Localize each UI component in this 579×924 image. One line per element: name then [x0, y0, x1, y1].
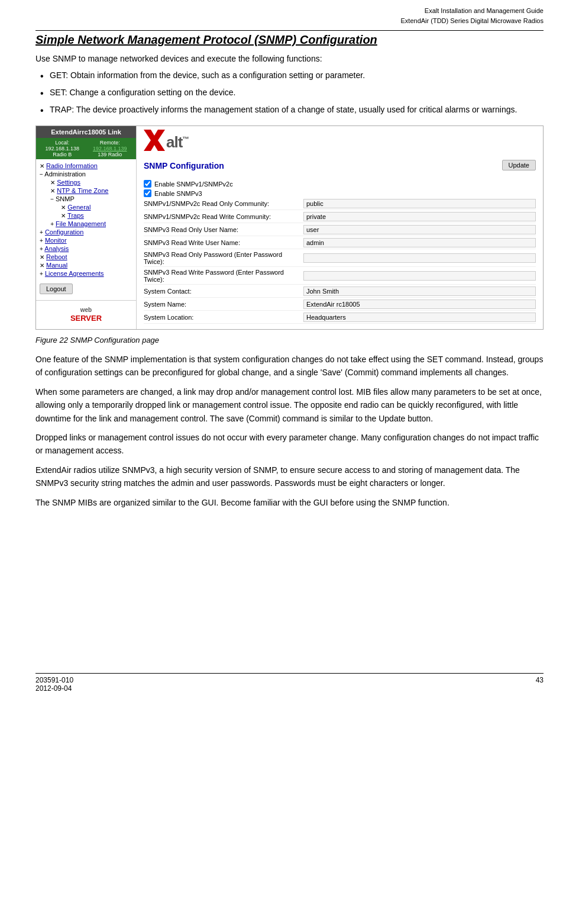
- sidebar-ip-row: Local: 192.168.1.138 Radio B Remote: 192…: [36, 138, 136, 159]
- sidebar-nav: ✕ Radio Information − Administration ✕ S…: [36, 159, 136, 280]
- local-ip: 192.168.1.138: [38, 146, 86, 152]
- checkbox-snmpv3[interactable]: [144, 189, 151, 197]
- configuration-link[interactable]: Configuration: [45, 228, 83, 236]
- snmp-panel-title: SNMP Configuration: [144, 161, 224, 170]
- update-button[interactable]: Update: [502, 160, 536, 170]
- paragraph-4: The SNMP MIBs are organized similar to t…: [35, 496, 544, 509]
- figure-caption-text: Figure 22 SNMP Configuration page: [35, 336, 159, 345]
- snmp-form: Enable SNMPv1/SNMPv2c Enable SNMPv3 SNMP…: [144, 180, 536, 324]
- sidebar-item-snmp: − SNMP: [40, 195, 132, 203]
- form-row-v3-readonly-user: SNMPv3 Read Only User Name: user: [144, 225, 536, 236]
- field-value-0: public: [303, 199, 536, 208]
- bullet-list: GET: Obtain information from the device,…: [35, 69, 544, 116]
- field-label-3: SNMPv3 Read Write User Name:: [144, 239, 303, 246]
- sidebar-item-configuration[interactable]: + Configuration: [40, 228, 132, 236]
- field-value-8: Headquarters: [303, 313, 536, 322]
- form-row-system-location: System Location: Headquarters: [144, 313, 536, 324]
- webserver-logo: web SERVER: [40, 305, 132, 323]
- license-link[interactable]: License Agreements: [45, 270, 104, 277]
- local-label: Local:: [38, 140, 86, 146]
- sidebar-item-settings[interactable]: ✕ Settings: [40, 178, 132, 186]
- field-label-1: SNMPv1/SNMPv2c Read Write Community:: [144, 213, 303, 220]
- local-radio: Radio B: [38, 152, 86, 157]
- field-label-4: SNMPv3 Read Only Password (Enter Passwor…: [144, 251, 303, 265]
- exalt-logo: alt™: [144, 130, 189, 155]
- sidebar-item-general[interactable]: ✕ General: [40, 203, 132, 211]
- sidebar-item-monitor[interactable]: + Monitor: [40, 236, 132, 244]
- paragraph-2: Dropped links or management control issu…: [35, 431, 544, 458]
- sidebar-local: Local: 192.168.1.138 Radio B: [38, 140, 86, 157]
- sidebar: ExtendAirrc18005 Link Local: 192.168.1.1…: [36, 126, 137, 329]
- field-label-5: SNMPv3 Read Write Password (Enter Passwo…: [144, 269, 303, 283]
- ntp-link[interactable]: NTP & Time Zone: [57, 187, 108, 194]
- field-label-0: SNMPv1/SNMPv2c Read Only Community:: [144, 200, 303, 207]
- field-value-7: ExtendAir rc18005: [303, 300, 536, 309]
- form-row-system-contact: System Contact: John Smith: [144, 286, 536, 298]
- field-label-2: SNMPv3 Read Only User Name:: [144, 226, 303, 233]
- server-label: SERVER: [70, 314, 102, 323]
- sidebar-item-reboot[interactable]: ✕ Reboot: [40, 253, 132, 261]
- header-line2: ExtendAir (TDD) Series Digital Microwave…: [35, 16, 544, 26]
- traps-link[interactable]: Traps: [67, 212, 84, 219]
- sidebar-item-license[interactable]: + License Agreements: [40, 269, 132, 278]
- field-value-2: user: [303, 225, 536, 234]
- radio-information-link[interactable]: Radio Information: [46, 162, 98, 169]
- footer-left: 203591-010 2012-09-04: [35, 676, 73, 693]
- sidebar-item-radio-information[interactable]: ✕ Radio Information: [40, 162, 132, 170]
- page-header: Exalt Installation and Management Guide …: [35, 6, 544, 25]
- analysis-link[interactable]: Analysis: [44, 245, 69, 252]
- field-value-3: admin: [303, 238, 536, 247]
- intro-text: Use SNMP to manage networked devices and…: [35, 54, 544, 63]
- remote-radio: 139 Radio: [86, 152, 134, 157]
- figure-caption: Figure 22 SNMP Configuration page: [35, 336, 544, 345]
- sidebar-item-analysis[interactable]: + Analysis: [40, 244, 132, 253]
- web-label: web: [80, 307, 92, 313]
- exalt-svg-logo: [144, 130, 165, 151]
- checkbox-snmpv1-label: Enable SNMPv1/SNMPv2c: [154, 181, 233, 188]
- screenshot-container: ExtendAirrc18005 Link Local: 192.168.1.1…: [35, 125, 544, 330]
- field-value-5: [303, 271, 536, 281]
- form-row-v3-readwrite-pass: SNMPv3 Read Write Password (Enter Passwo…: [144, 269, 536, 285]
- reboot-link[interactable]: Reboot: [46, 253, 67, 260]
- remote-ip[interactable]: 192.168.1.139: [93, 146, 127, 152]
- sidebar-item-manual[interactable]: ✕ Manual: [40, 261, 132, 269]
- field-value-1: private: [303, 212, 536, 221]
- sidebar-remote: Remote: 192.168.1.139 139 Radio: [86, 140, 134, 157]
- field-value-6: John Smith: [303, 286, 536, 296]
- checkbox-snmpv3-label: Enable SNMPv3: [154, 190, 202, 197]
- field-label-6: System Contact:: [144, 288, 303, 295]
- checkbox-snmpv1[interactable]: [144, 180, 151, 188]
- field-label-7: System Name:: [144, 301, 303, 308]
- paragraph-1: When some parameters are changed, a link…: [35, 385, 544, 425]
- sidebar-item-file-management[interactable]: + File Management: [40, 220, 132, 228]
- paragraph-0: One feature of the SNMP implementation i…: [35, 353, 544, 379]
- logo-area: alt™: [144, 130, 536, 155]
- form-row-readwrite-community: SNMPv1/SNMPv2c Read Write Community: pri…: [144, 212, 536, 223]
- general-link[interactable]: General: [67, 204, 90, 211]
- header-line1: Exalt Installation and Management Guide: [35, 6, 544, 16]
- logo-text: alt™: [166, 133, 189, 152]
- manual-link[interactable]: Manual: [46, 262, 67, 269]
- bullet-item-get: GET: Obtain information from the device,…: [35, 69, 544, 82]
- form-row-system-name: System Name: ExtendAir rc18005: [144, 300, 536, 311]
- settings-link[interactable]: Settings: [57, 179, 80, 186]
- sidebar-item-traps[interactable]: ✕ Traps: [40, 211, 132, 220]
- sidebar-header: ExtendAirrc18005 Link: [36, 126, 136, 138]
- logout-button[interactable]: Logout: [40, 284, 73, 294]
- checkbox-snmpv1-row: Enable SNMPv1/SNMPv2c: [144, 180, 536, 188]
- monitor-link[interactable]: Monitor: [45, 237, 67, 244]
- footer-date: 2012-09-04: [35, 684, 73, 693]
- page-title: Simple Network Management Protocol (SNMP…: [35, 33, 544, 47]
- logo-x-icon: [144, 130, 165, 155]
- form-row-readonly-community: SNMPv1/SNMPv2c Read Only Community: publ…: [144, 199, 536, 210]
- form-row-v3-readonly-pass: SNMPv3 Read Only Password (Enter Passwor…: [144, 251, 536, 267]
- bullet-item-trap: TRAP: The device proactively informs the…: [35, 104, 544, 116]
- bullet-item-set: SET: Change a configuration setting on t…: [35, 86, 544, 99]
- field-label-8: System Location:: [144, 314, 303, 321]
- paragraph-3: ExtendAir radios utilize SNMPv3, a high …: [35, 463, 544, 490]
- checkbox-snmpv3-row: Enable SNMPv3: [144, 189, 536, 197]
- main-panel: alt™ SNMP Configuration Update Enable SN…: [137, 126, 543, 329]
- sidebar-item-ntp[interactable]: ✕ NTP & Time Zone: [40, 186, 132, 195]
- file-management-link[interactable]: File Management: [56, 220, 106, 227]
- svg-marker-0: [144, 130, 165, 151]
